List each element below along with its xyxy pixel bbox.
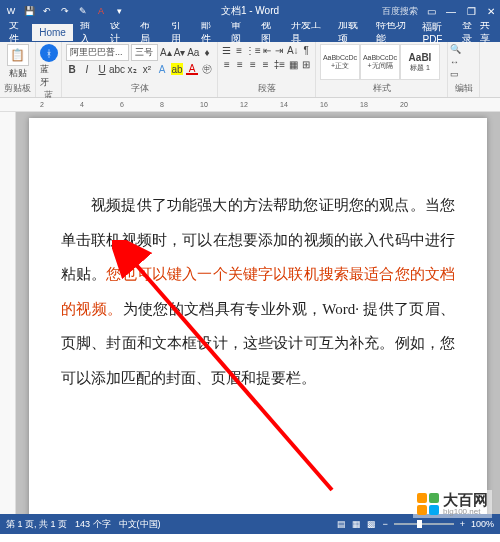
qa-more-icon[interactable]: ▾ <box>112 4 126 18</box>
bold-button[interactable]: B <box>66 63 78 75</box>
zoom-slider[interactable] <box>394 523 454 525</box>
document-page[interactable]: 视频提供了功能强大的方法帮助您证明您的观点。当您单击联机视频时，可以在想要添加的… <box>29 118 487 514</box>
bluetooth-label: 蓝牙 <box>40 63 57 89</box>
line-spacing-icon[interactable]: ‡≡ <box>274 58 285 70</box>
document-title: 文档1 - Word <box>221 4 279 18</box>
ruler-vertical[interactable] <box>0 112 16 514</box>
watermark-brand: 大百网 <box>443 492 488 507</box>
search-box[interactable]: 百度搜索 <box>382 5 418 18</box>
increase-indent-icon[interactable]: ⇥ <box>274 44 283 56</box>
numbering-icon[interactable]: ≡ <box>234 44 243 56</box>
brush-icon[interactable]: ✎ <box>76 4 90 18</box>
font-group-label: 字体 <box>66 82 213 95</box>
underline-button[interactable]: U <box>96 63 108 75</box>
ruler-horizontal[interactable]: 2 4 6 8 10 12 14 16 18 20 <box>0 98 500 112</box>
view-print-icon[interactable]: ▦ <box>352 519 361 529</box>
zoom-level[interactable]: 100% <box>471 519 494 529</box>
word-icon: W <box>4 4 18 18</box>
ribbon-options-icon[interactable]: ▭ <box>424 4 438 18</box>
shading-icon[interactable]: ▦ <box>288 58 298 70</box>
multilevel-icon[interactable]: ⋮≡ <box>247 44 259 56</box>
replace-button[interactable]: ↔ <box>450 57 477 67</box>
grow-font-icon[interactable]: A▴ <box>160 47 172 59</box>
enclose-char-icon[interactable]: ㊥ <box>201 63 213 75</box>
font-size-select[interactable]: 三号 <box>131 44 158 61</box>
ribbon: 📋 粘贴 剪贴板 ᚼ 蓝牙 蓝牙 阿里巴巴普... 三号 A▴ A▾ Aa ♦ … <box>0 42 500 98</box>
close-icon[interactable]: ✕ <box>484 4 498 18</box>
style-normal[interactable]: AaBbCcDc +正文 <box>320 44 360 80</box>
text-effects-icon[interactable]: A <box>156 63 168 75</box>
title-bar: W 💾 ↶ ↷ ✎ A ▾ 文档1 - Word 百度搜索 ▭ — ❐ ✕ <box>0 0 500 22</box>
zoom-out-icon[interactable]: − <box>382 519 387 529</box>
subscript-button[interactable]: x₂ <box>126 63 138 75</box>
qa-redo[interactable]: ↷ <box>58 4 72 18</box>
watermark-url: big100.net <box>443 507 488 516</box>
change-case-icon[interactable]: Aa <box>187 47 199 59</box>
align-left-icon[interactable]: ≡ <box>222 58 232 70</box>
status-words[interactable]: 143 个字 <box>75 518 111 531</box>
document-area: 视频提供了功能强大的方法帮助您证明您的观点。当您单击联机视频时，可以在想要添加的… <box>0 112 500 514</box>
shrink-font-icon[interactable]: A▾ <box>174 47 186 59</box>
share-button[interactable]: 共享 <box>480 18 496 46</box>
view-web-icon[interactable]: ▩ <box>367 519 376 529</box>
font-name-select[interactable]: 阿里巴巴普... <box>66 44 129 61</box>
view-read-icon[interactable]: ▤ <box>337 519 346 529</box>
italic-button[interactable]: I <box>81 63 93 75</box>
style-heading1[interactable]: AaBI 标题 1 <box>400 44 440 80</box>
restore-icon[interactable]: ❐ <box>464 4 478 18</box>
style-nospacing[interactable]: AaBbCcDc +无间隔 <box>360 44 400 80</box>
paste-button[interactable]: 粘贴 <box>9 67 27 80</box>
watermark: 大百网 big100.net <box>413 490 492 518</box>
styles-group-label: 样式 <box>320 82 443 95</box>
status-page[interactable]: 第 1 页, 共 1 页 <box>6 518 67 531</box>
paste-icon[interactable]: 📋 <box>7 44 29 66</box>
borders-icon[interactable]: ⊞ <box>301 58 311 70</box>
editing-group-label: 编辑 <box>450 82 477 95</box>
styles-gallery[interactable]: AaBbCcDc +正文 AaBbCcDc +无间隔 AaBI 标题 1 <box>320 44 443 80</box>
menu-bar: 文件 Home 插入 设计 布局 引用 邮件 审阅 视图 开发工具 加载项 特色… <box>0 22 500 42</box>
highlight-icon[interactable]: ab <box>171 63 183 75</box>
bullets-icon[interactable]: ☰ <box>222 44 231 56</box>
minimize-icon[interactable]: — <box>444 4 458 18</box>
clear-format-icon[interactable]: ♦ <box>201 47 213 59</box>
decrease-indent-icon[interactable]: ⇤ <box>262 44 271 56</box>
font-color-button[interactable]: A <box>186 63 198 75</box>
font-color-icon[interactable]: A <box>94 4 108 18</box>
status-language[interactable]: 中文(中国) <box>119 518 161 531</box>
menu-home[interactable]: Home <box>32 24 73 41</box>
sort-icon[interactable]: A↓ <box>287 44 299 56</box>
select-button[interactable]: ▭ <box>450 69 477 79</box>
body-paragraph[interactable]: 视频提供了功能强大的方法帮助您证明您的观点。当您单击联机视频时，可以在想要添加的… <box>61 188 455 395</box>
clipboard-group-label: 剪贴板 <box>4 82 31 95</box>
justify-icon[interactable]: ≡ <box>261 58 271 70</box>
zoom-in-icon[interactable]: + <box>460 519 465 529</box>
show-marks-icon[interactable]: ¶ <box>302 44 311 56</box>
superscript-button[interactable]: x² <box>141 63 153 75</box>
paragraph-group-label: 段落 <box>222 82 311 95</box>
find-button[interactable]: 🔍 <box>450 44 477 54</box>
align-right-icon[interactable]: ≡ <box>248 58 258 70</box>
strike-button[interactable]: abc <box>111 63 123 75</box>
bluetooth-icon[interactable]: ᚼ <box>40 44 58 62</box>
align-center-icon[interactable]: ≡ <box>235 58 245 70</box>
qa-undo[interactable]: ↶ <box>40 4 54 18</box>
qa-save[interactable]: 💾 <box>22 4 36 18</box>
watermark-logo-icon <box>417 493 439 515</box>
